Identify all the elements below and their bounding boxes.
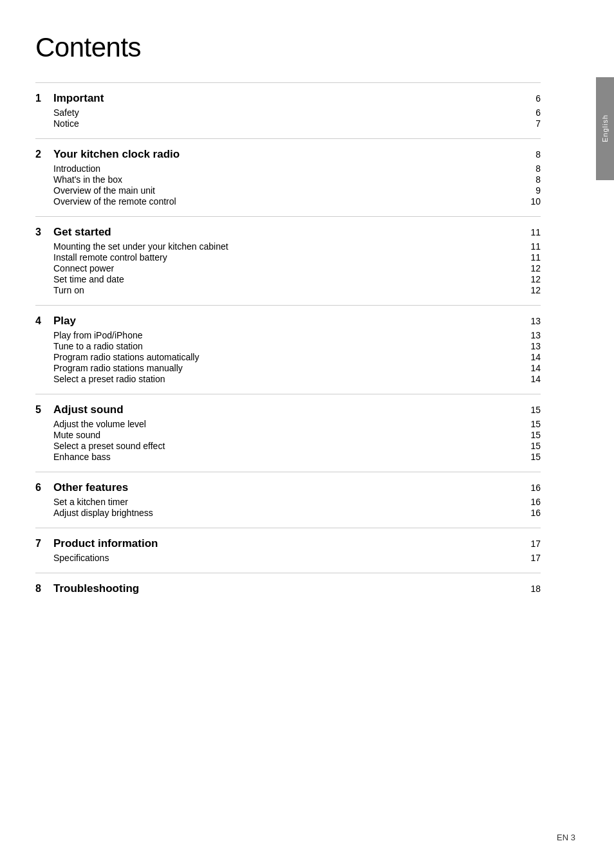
toc-section-5: 5Adjust sound15Adjust the volume level15… [35, 394, 541, 472]
sub-page-2-0: 8 [525, 163, 541, 174]
section-title-3: Get started [53, 226, 525, 239]
toc-sub-row-5-3: Enhance bass15 [53, 452, 541, 462]
sub-page-3-3: 12 [525, 274, 541, 284]
section-page-6: 16 [525, 483, 541, 493]
toc-sub-row-6-0: Set a kitchen timer16 [53, 497, 541, 507]
toc-sub-row-6-1: Adjust display brightness16 [53, 508, 541, 518]
toc-sub-row-7-0: Specifications17 [53, 553, 541, 563]
sub-page-3-4: 12 [525, 285, 541, 295]
sub-title-5-2: Select a preset sound effect [53, 441, 525, 451]
sub-page-2-1: 8 [525, 174, 541, 185]
toc-sub-row-1-1: Notice7 [53, 118, 541, 129]
section-title-8: Troubleshooting [53, 582, 525, 595]
section-number-4: 4 [35, 315, 48, 327]
sub-title-6-1: Adjust display brightness [53, 508, 525, 518]
sub-title-3-2: Connect power [53, 263, 525, 273]
toc-sub-row-1-0: Safety6 [53, 107, 541, 118]
toc-sub-row-3-0: Mounting the set under your kitchen cabi… [53, 241, 541, 252]
section-page-7: 17 [525, 539, 541, 549]
sub-page-4-2: 14 [525, 352, 541, 362]
sub-title-2-2: Overview of the main unit [53, 185, 525, 196]
toc-section-7: 7Product information17Specifications17 [35, 528, 541, 573]
sub-title-7-0: Specifications [53, 553, 525, 563]
section-title-5: Adjust sound [53, 403, 525, 416]
toc-main-row-4: 4Play13 [35, 315, 541, 328]
toc-sub-row-4-0: Play from iPod/iPhone13 [53, 330, 541, 340]
section-number-3: 3 [35, 226, 48, 238]
toc-sub-row-3-2: Connect power12 [53, 263, 541, 273]
sub-title-4-0: Play from iPod/iPhone [53, 330, 525, 340]
sub-page-2-2: 9 [525, 185, 541, 196]
toc-section-4: 4Play13Play from iPod/iPhone13Tune to a … [35, 305, 541, 394]
sub-title-2-1: What's in the box [53, 174, 525, 185]
language-label: English [601, 115, 609, 142]
section-title-7: Product information [53, 537, 525, 550]
sub-title-6-0: Set a kitchen timer [53, 497, 525, 507]
toc-sub-row-5-2: Select a preset sound effect15 [53, 441, 541, 451]
sub-page-7-0: 17 [525, 553, 541, 563]
section-page-5: 15 [525, 405, 541, 415]
section-title-2: Your kitchen clock radio [53, 148, 525, 161]
toc-sub-row-5-1: Mute sound15 [53, 430, 541, 440]
sub-title-4-3: Program radio stations manually [53, 363, 525, 373]
sub-title-2-3: Overview of the remote control [53, 196, 525, 207]
sub-page-4-0: 13 [525, 330, 541, 340]
footer: EN 3 [557, 833, 575, 842]
toc-main-row-8: 8Troubleshooting18 [35, 582, 541, 595]
section-title-6: Other features [53, 481, 525, 494]
toc-sub-row-4-3: Program radio stations manually14 [53, 363, 541, 373]
toc-main-row-3: 3Get started11 [35, 226, 541, 239]
sub-page-2-3: 10 [525, 196, 541, 207]
toc-sub-row-4-4: Select a preset radio station14 [53, 374, 541, 384]
sub-page-6-1: 16 [525, 508, 541, 518]
toc-sub-row-4-2: Program radio stations automatically14 [53, 352, 541, 362]
page-title: Contents [35, 32, 541, 63]
sub-page-1-1: 7 [525, 118, 541, 129]
sub-page-5-0: 15 [525, 419, 541, 429]
sub-page-3-2: 12 [525, 263, 541, 273]
sub-page-6-0: 16 [525, 497, 541, 507]
toc-main-row-6: 6Other features16 [35, 481, 541, 494]
section-page-3: 11 [525, 227, 541, 237]
toc-sub-row-5-0: Adjust the volume level15 [53, 419, 541, 429]
sub-title-4-4: Select a preset radio station [53, 374, 525, 384]
language-tab: English [596, 77, 614, 180]
sub-title-5-3: Enhance bass [53, 452, 525, 462]
toc-sub-row-2-3: Overview of the remote control10 [53, 196, 541, 207]
sub-title-1-1: Notice [53, 118, 525, 129]
toc-section-6: 6Other features16Set a kitchen timer16Ad… [35, 472, 541, 528]
sub-title-3-0: Mounting the set under your kitchen cabi… [53, 241, 525, 252]
toc-sub-row-4-1: Tune to a radio station13 [53, 341, 541, 351]
sub-page-4-4: 14 [525, 374, 541, 384]
sub-page-5-1: 15 [525, 430, 541, 440]
sub-title-4-2: Program radio stations automatically [53, 352, 525, 362]
page-container: English Contents 1Important6Safety6Notic… [0, 0, 614, 868]
sub-title-3-1: Install remote control battery [53, 252, 525, 263]
sub-page-4-1: 13 [525, 341, 541, 351]
sub-title-2-0: Introduction [53, 163, 525, 174]
main-content: Contents 1Important6Safety6Notice72Your … [0, 0, 579, 639]
section-number-5: 5 [35, 404, 48, 416]
section-number-1: 1 [35, 93, 48, 104]
sub-page-4-3: 14 [525, 363, 541, 373]
toc-main-row-5: 5Adjust sound15 [35, 403, 541, 416]
section-title-1: Important [53, 92, 525, 105]
toc-sub-row-3-3: Set time and date12 [53, 274, 541, 284]
toc-main-row-1: 1Important6 [35, 92, 541, 105]
sub-title-4-1: Tune to a radio station [53, 341, 525, 351]
toc-section-2: 2Your kitchen clock radio8Introduction8W… [35, 138, 541, 216]
toc-section-8: 8Troubleshooting18 [35, 573, 541, 607]
section-page-8: 18 [525, 584, 541, 594]
toc-section-1: 1Important6Safety6Notice7 [35, 82, 541, 138]
sub-title-1-0: Safety [53, 107, 525, 118]
section-number-2: 2 [35, 149, 48, 160]
toc-sub-row-2-1: What's in the box8 [53, 174, 541, 185]
toc-sub-row-2-0: Introduction8 [53, 163, 541, 174]
section-page-1: 6 [525, 93, 541, 104]
sub-page-5-3: 15 [525, 452, 541, 462]
toc-sub-row-3-4: Turn on12 [53, 285, 541, 295]
toc-container: 1Important6Safety6Notice72Your kitchen c… [35, 82, 541, 607]
section-number-7: 7 [35, 538, 48, 549]
section-title-4: Play [53, 315, 525, 328]
sub-page-1-0: 6 [525, 107, 541, 118]
